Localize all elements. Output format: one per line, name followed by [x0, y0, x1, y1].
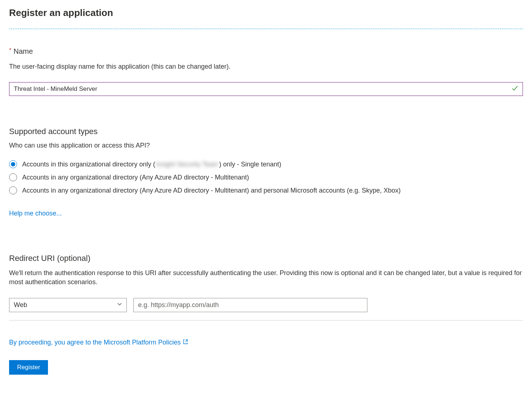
- platform-policies-link[interactable]: By proceeding, you agree to the Microsof…: [9, 339, 188, 346]
- help-me-choose-link[interactable]: Help me choose...: [9, 210, 62, 217]
- checkmark-icon: [511, 85, 519, 93]
- account-types-question: Who can use this application or access t…: [9, 142, 523, 149]
- redirect-uri-description: We'll return the authentication response…: [9, 269, 523, 287]
- name-input[interactable]: [9, 82, 523, 96]
- account-types-title: Supported account types: [9, 127, 523, 136]
- dashed-divider: [9, 29, 523, 29]
- radio-option-multitenant[interactable]: Accounts in any organizational directory…: [9, 173, 523, 181]
- external-link-icon: [183, 339, 188, 346]
- account-types-radio-group: Accounts in this organizational director…: [9, 160, 523, 194]
- redirect-type-select[interactable]: Web: [9, 298, 127, 312]
- page-title: Register an application: [9, 7, 523, 19]
- radio-option-multitenant-personal[interactable]: Accounts in any organizational directory…: [9, 186, 523, 194]
- radio-label: Accounts in any organizational directory…: [22, 174, 249, 181]
- register-button[interactable]: Register: [9, 360, 48, 375]
- required-asterisk-icon: *: [9, 47, 11, 53]
- redirect-type-select-wrapper: Web: [9, 298, 127, 312]
- name-input-wrapper: [9, 82, 523, 96]
- radio-label: Accounts in this organizational director…: [22, 161, 281, 168]
- radio-option-single-tenant[interactable]: Accounts in this organizational director…: [9, 160, 523, 168]
- radio-icon: [9, 173, 17, 181]
- agreement-text: By proceeding, you agree to the Microsof…: [9, 339, 181, 346]
- redirect-uri-input[interactable]: [133, 298, 367, 312]
- name-field-label: *Name: [9, 47, 523, 56]
- radio-label: Accounts in any organizational directory…: [22, 187, 401, 194]
- name-label-text: Name: [13, 47, 33, 55]
- redirect-uri-row: Web: [9, 298, 523, 312]
- radio-icon: [9, 186, 17, 194]
- redirect-uri-title: Redirect URI (optional): [9, 254, 523, 263]
- name-field-description: The user-facing display name for this ap…: [9, 62, 523, 71]
- radio-icon: [9, 160, 17, 168]
- solid-divider: [9, 320, 523, 321]
